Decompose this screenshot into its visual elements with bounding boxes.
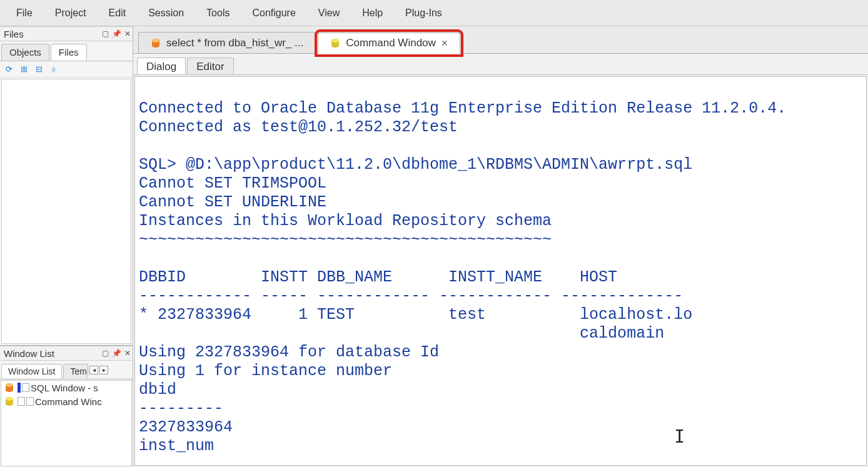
doc-tab-label: Command Window — [346, 37, 436, 49]
tab-editor[interactable]: Editor — [187, 58, 233, 74]
doc-tab-cmd[interactable]: Command Window ✕ — [318, 33, 460, 54]
database-icon — [4, 396, 15, 407]
doc-tab-label: select * from dba_hist_wr_ ... — [166, 37, 303, 49]
svg-point-5 — [152, 39, 159, 43]
database-icon — [330, 38, 341, 49]
menu-file[interactable]: File — [5, 4, 44, 23]
window-marker-icon — [18, 397, 25, 406]
refresh-icon[interactable]: ⟳ — [4, 64, 14, 74]
pin-icon[interactable]: 📌 — [111, 348, 121, 358]
menu-view[interactable]: View — [307, 4, 351, 23]
inner-tabs: Dialog Editor — [133, 54, 868, 75]
tab-files[interactable]: Files — [51, 44, 87, 61]
window-list-title: Window List — [4, 348, 99, 359]
files-tree[interactable] — [1, 79, 131, 344]
tab-window-list[interactable]: Window List — [1, 364, 62, 378]
command-console[interactable]: Connected to Oracle Database 11g Enterpr… — [134, 76, 867, 466]
menu-tools[interactable]: Tools — [195, 4, 241, 23]
filter-icon[interactable]: ⎀ — [49, 64, 59, 74]
close-icon[interactable]: ✕ — [441, 38, 448, 48]
window-list-header: Window List ▢ 📌 ✕ — [0, 346, 133, 361]
svg-point-7 — [331, 39, 339, 43]
left-column: Files ▢ 📌 ✕ Objects Files ⟳ ⊞ ⊟ ⎀ Window… — [0, 26, 133, 467]
expand-icon[interactable]: ⊞ — [19, 64, 29, 74]
files-panel: Files ▢ 📌 ✕ Objects Files ⟳ ⊞ ⊟ ⎀ — [0, 26, 133, 345]
window-list-item-sql[interactable]: SQL Window - s — [1, 381, 131, 394]
doc-tab-sql[interactable]: select * from dba_hist_wr_ ... — [138, 32, 315, 53]
window-list-panel: Window List ▢ 📌 ✕ Window List Tem ◂ ▸ S — [0, 345, 133, 467]
files-panel-title: Files — [4, 29, 99, 39]
editor-area: select * from dba_hist_wr_ ... Command W… — [133, 26, 868, 467]
tab-scroll-left-icon[interactable]: ◂ — [89, 366, 98, 374]
collapse-icon[interactable]: ⊟ — [34, 64, 44, 74]
autohide-icon[interactable]: ▢ — [100, 29, 110, 39]
tab-dialog[interactable]: Dialog — [137, 58, 186, 74]
files-toolbar: ⟳ ⊞ ⊟ ⎀ — [0, 61, 133, 78]
window-list-tabs: Window List Tem ◂ ▸ — [0, 361, 133, 379]
window-list-item-label: SQL Window - s — [31, 383, 98, 393]
tab-templates[interactable]: Tem — [63, 364, 88, 378]
tab-scroll-right-icon[interactable]: ▸ — [99, 366, 108, 374]
window-marker-icon — [26, 397, 34, 406]
svg-point-3 — [6, 397, 13, 401]
menu-project[interactable]: Project — [44, 4, 98, 23]
autohide-icon[interactable]: ▢ — [100, 348, 110, 358]
database-icon — [150, 38, 161, 49]
close-icon[interactable]: ✕ — [123, 29, 133, 39]
files-panel-header: Files ▢ 📌 ✕ — [0, 26, 133, 41]
window-list-body: SQL Window - s Command Winc — [1, 380, 132, 466]
window-list-item-cmd[interactable]: Command Winc — [1, 394, 131, 408]
files-subtabs: Objects Files — [0, 41, 133, 61]
window-marker-icon — [22, 383, 29, 392]
menubar: File Project Edit Session Tools Configur… — [0, 0, 868, 26]
close-icon[interactable]: ✕ — [123, 348, 133, 358]
menu-session[interactable]: Session — [137, 4, 195, 23]
window-list-item-label: Command Winc — [35, 396, 102, 407]
console-output: Connected to Oracle Database 11g Enterpr… — [139, 99, 786, 455]
pin-icon[interactable]: 📌 — [111, 29, 121, 39]
menu-edit[interactable]: Edit — [98, 4, 138, 23]
text-cursor-icon: I — [674, 428, 685, 446]
menu-help[interactable]: Help — [351, 4, 394, 23]
menu-configure[interactable]: Configure — [241, 4, 306, 23]
active-marker-icon — [18, 383, 21, 393]
menu-plugins[interactable]: Plug-Ins — [394, 4, 453, 23]
database-icon — [4, 382, 15, 393]
tab-objects[interactable]: Objects — [1, 44, 49, 61]
document-tabs: select * from dba_hist_wr_ ... Command W… — [133, 26, 868, 54]
svg-point-1 — [6, 383, 13, 387]
